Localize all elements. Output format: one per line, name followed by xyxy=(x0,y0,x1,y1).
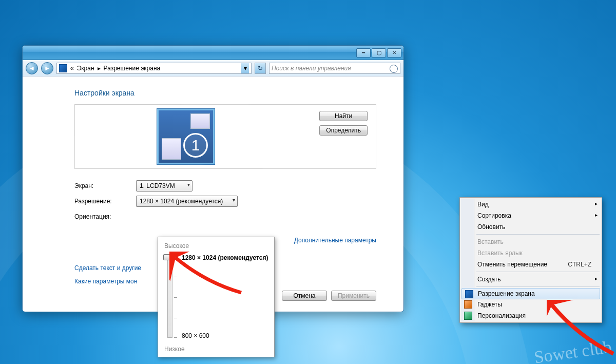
resolution-label: Разрешение: xyxy=(74,198,136,205)
ctx-view[interactable]: Вид xyxy=(461,199,601,210)
navbar: ◄ ► « Экран ▸ Разрешение экрана ▾ ↻ Поис… xyxy=(23,60,403,76)
monitor-thumb-window2-icon xyxy=(162,138,181,160)
desktop: ━ ▢ ✕ ◄ ► « Экран ▸ Разрешение экрана ▾ … xyxy=(0,0,616,364)
address-bar[interactable]: « Экран ▸ Разрешение экрана ▾ xyxy=(56,63,252,74)
slider-low-label: Низкое xyxy=(164,346,185,353)
ctx-refresh[interactable]: Обновить xyxy=(461,221,601,233)
ctx-separator xyxy=(476,234,600,235)
ctx-undo-shortcut: CTRL+Z xyxy=(568,261,591,268)
titlebar[interactable]: ━ ▢ ✕ xyxy=(23,46,403,60)
resolution-slider-track[interactable] xyxy=(167,256,172,338)
refresh-button[interactable]: ↻ xyxy=(255,63,266,74)
apply-button: Применить xyxy=(331,291,376,301)
breadcrumb-segment-resolution[interactable]: Разрешение экрана xyxy=(104,65,161,72)
ctx-screen-resolution[interactable]: Разрешение экрана xyxy=(461,288,600,299)
ctx-separator xyxy=(476,286,600,287)
monitor-number: 1 xyxy=(183,133,208,158)
search-input[interactable]: Поиск в панели управления xyxy=(269,63,400,74)
nav-back-button[interactable]: ◄ xyxy=(26,62,38,74)
page-title: Настройки экрана xyxy=(74,89,376,97)
address-dropdown-button[interactable]: ▾ xyxy=(241,63,249,73)
orientation-label: Ориентация: xyxy=(74,213,136,220)
ctx-create[interactable]: Создать xyxy=(461,274,601,285)
ctx-undo-move[interactable]: Отменить перемещение CTRL+Z xyxy=(461,259,601,270)
screen-label: Экран: xyxy=(74,182,136,189)
screen-combobox[interactable]: 1. LCD73VM xyxy=(136,180,192,191)
breadcrumb-prefix: « xyxy=(70,65,74,72)
resolution-combobox-value: 1280 × 1024 (рекомендуется) xyxy=(140,198,223,205)
ctx-gadgets[interactable]: Гаджеты xyxy=(461,299,601,310)
gadgets-icon xyxy=(464,300,472,309)
breadcrumb-sep-icon: ▸ xyxy=(98,65,101,72)
slider-high-label: Высокое xyxy=(164,242,268,250)
resolution-slider-popup: Высокое 1280 × 1024 (рекомендуется) 800 … xyxy=(158,237,275,357)
ctx-personalize[interactable]: Персонализация xyxy=(461,310,601,321)
find-button[interactable]: Найти xyxy=(319,111,368,121)
monitor-preview-area: 1 Найти Определить xyxy=(74,104,376,169)
maximize-button[interactable]: ▢ xyxy=(372,48,386,58)
monitor-thumb-window-icon xyxy=(190,113,210,129)
personalize-icon xyxy=(464,312,472,320)
slider-bottom-value: 800 × 600 xyxy=(182,332,209,339)
slider-top-value: 1280 × 1024 (рекомендуется) xyxy=(182,254,268,261)
close-button[interactable]: ✕ xyxy=(387,48,401,58)
watermark: Sowet club xyxy=(533,337,613,364)
ctx-separator xyxy=(476,272,600,272)
ctx-sort[interactable]: Сортировка xyxy=(461,210,601,221)
cancel-button[interactable]: Отмена xyxy=(282,291,327,301)
screen-resolution-icon xyxy=(465,290,473,298)
monitor-thumbnail[interactable]: 1 xyxy=(157,109,215,164)
ctx-paste: Вставить xyxy=(461,236,601,247)
nav-forward-button[interactable]: ► xyxy=(41,62,53,74)
identify-button[interactable]: Определить xyxy=(319,125,368,136)
ctx-paste-shortcut: Вставить ярлык xyxy=(461,247,601,259)
resolution-combobox[interactable]: 1280 × 1024 (рекомендуется) xyxy=(136,196,238,207)
breadcrumb-segment-screen[interactable]: Экран xyxy=(77,65,94,72)
control-panel-icon xyxy=(59,64,67,72)
search-placeholder: Поиск в панели управления xyxy=(272,65,351,72)
screen-combobox-value: 1. LCD73VM xyxy=(140,182,175,189)
desktop-context-menu: Вид Сортировка Обновить Вставить Вставит… xyxy=(459,197,602,323)
resolution-slider-thumb[interactable] xyxy=(163,254,177,260)
advanced-settings-link[interactable]: Дополнительные параметры xyxy=(294,237,376,244)
minimize-button[interactable]: ━ xyxy=(356,48,371,58)
